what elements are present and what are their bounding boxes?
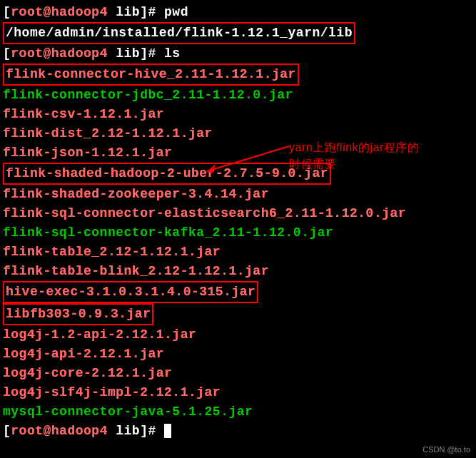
user-host: root@hadoop4 <box>11 46 108 61</box>
file-line: flink-table_2.12-1.12.1.jar <box>3 243 473 262</box>
pwd-output: /home/admin/installed/flink-1.12.1_yarn/… <box>3 22 355 44</box>
file-name: flink-csv-1.12.1.jar <box>3 107 164 121</box>
bracket: [ <box>3 46 11 61</box>
file-name: flink-connector-hive_2.11-1.12.1.jar <box>3 63 299 86</box>
command: pwd <box>164 5 188 19</box>
user-host: root@hadoop4 <box>11 424 108 438</box>
path: lib <box>108 424 140 438</box>
file-name: flink-shaded-hadoop-2-uber-2.7.5-9.0.jar <box>3 163 331 185</box>
file-name: flink-sql-connector-elasticsearch6_2.11-… <box>3 206 406 220</box>
path: lib <box>108 46 140 61</box>
prompt-line-1: [root@hadoop4 lib]# pwd <box>3 3 473 22</box>
bracket: ]# <box>140 424 164 438</box>
bracket: [ <box>3 5 11 19</box>
file-name: log4j-slf4j-impl-2.12.1.jar <box>3 385 221 400</box>
user-host: root@hadoop4 <box>11 5 108 19</box>
file-line: hive-exec-3.1.0.3.1.4.0-315.jar <box>3 281 473 303</box>
prompt-line-2: [root@hadoop4 lib]# ls <box>3 44 473 63</box>
prompt-line-3: [root@hadoop4 lib]# <box>3 422 473 441</box>
file-line: mysql-connector-java-5.1.25.jar <box>3 402 473 422</box>
file-name: log4j-api-2.12.1.jar <box>3 347 164 361</box>
file-list: flink-connector-hive_2.11-1.12.1.jarflin… <box>3 63 473 422</box>
file-name: flink-sql-connector-kafka_2.11-1.12.0.ja… <box>3 225 333 240</box>
file-name: flink-table_2.12-1.12.1.jar <box>3 245 221 259</box>
file-name: flink-connector-jdbc_2.11-1.12.0.jar <box>3 88 293 102</box>
file-name: log4j-core-2.12.1.jar <box>3 366 172 380</box>
file-name: flink-json-1.12.1.jar <box>3 146 172 160</box>
file-name: log4j-1.2-api-2.12.1.jar <box>3 327 196 342</box>
file-line: flink-shaded-hadoop-2-uber-2.7.5-9.0.jar <box>3 163 473 185</box>
file-name: flink-table-blink_2.12-1.12.1.jar <box>3 264 269 278</box>
file-line: log4j-1.2-api-2.12.1.jar <box>3 325 473 345</box>
file-line: flink-sql-connector-elasticsearch6_2.11-… <box>3 204 473 223</box>
file-line: flink-shaded-zookeeper-3.4.14.jar <box>3 185 473 204</box>
file-line: log4j-slf4j-impl-2.12.1.jar <box>3 383 473 402</box>
file-name: libfb303-0.9.3.jar <box>3 303 153 325</box>
watermark: CSDN @to.to <box>422 444 470 456</box>
file-line: flink-csv-1.12.1.jar <box>3 105 473 124</box>
file-name: hive-exec-3.1.0.3.1.4.0-315.jar <box>3 281 258 303</box>
path: lib <box>108 5 140 19</box>
annotation-text-1: yarn上跑flink的jar程序的 <box>289 139 419 156</box>
file-line: flink-table-blink_2.12-1.12.1.jar <box>3 262 473 281</box>
file-line: flink-connector-jdbc_2.11-1.12.0.jar <box>3 86 473 105</box>
file-name: flink-dist_2.12-1.12.1.jar <box>3 126 213 141</box>
file-line: log4j-api-2.12.1.jar <box>3 345 473 364</box>
file-name: mysql-connector-java-5.1.25.jar <box>3 404 253 419</box>
file-line: libfb303-0.9.3.jar <box>3 303 473 325</box>
file-line: flink-connector-hive_2.11-1.12.1.jar <box>3 63 473 86</box>
command: ls <box>164 46 181 61</box>
file-name: flink-shaded-zookeeper-3.4.14.jar <box>3 187 269 201</box>
cursor[interactable] <box>164 424 171 438</box>
file-line: log4j-core-2.12.1.jar <box>3 364 473 383</box>
file-line: flink-sql-connector-kafka_2.11-1.12.0.ja… <box>3 223 473 243</box>
pwd-output-line: /home/admin/installed/flink-1.12.1_yarn/… <box>3 22 473 44</box>
bracket: ]# <box>140 5 164 19</box>
bracket: [ <box>3 424 11 438</box>
bracket: ]# <box>140 46 164 61</box>
annotation-text-2: 时候需要 <box>289 156 336 173</box>
